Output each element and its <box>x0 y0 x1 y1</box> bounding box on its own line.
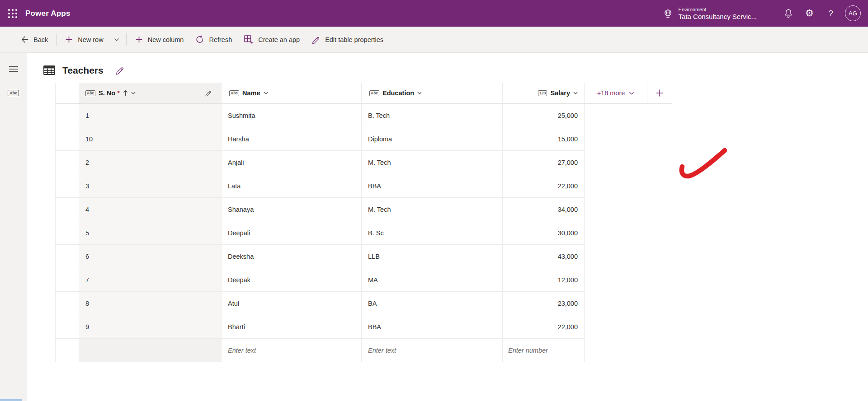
cell-salary[interactable]: 27,000 <box>503 151 585 174</box>
cell-education[interactable]: B. Sc <box>362 221 503 245</box>
cell-education[interactable]: B. Tech <box>362 104 503 127</box>
column-header-name[interactable]: Abc Name <box>222 83 362 104</box>
new-name-cell[interactable]: Enter text <box>222 339 362 362</box>
chevron-down-icon[interactable] <box>573 92 578 94</box>
row-selector-cell[interactable] <box>55 315 79 339</box>
help-button[interactable]: ? <box>820 0 841 27</box>
column-header-s-no[interactable]: Abc S. No * <box>79 83 222 104</box>
table-row[interactable]: 8 Atul BA 23,000 <box>55 292 868 315</box>
back-label: Back <box>33 36 48 43</box>
cell-s-no[interactable]: 10 <box>79 127 222 151</box>
cell-name[interactable]: Deepali <box>222 221 362 245</box>
refresh-icon <box>195 35 204 44</box>
column-header-salary[interactable]: 123 Salary <box>503 83 585 104</box>
cell-s-no[interactable]: 2 <box>79 151 222 174</box>
edit-table-properties-button[interactable]: Edit table properties <box>306 31 389 49</box>
cell-education[interactable]: Diploma <box>362 127 503 151</box>
back-button[interactable]: Back <box>14 31 54 49</box>
new-sno-cell[interactable] <box>79 339 222 362</box>
cell-s-no[interactable]: 4 <box>79 198 222 221</box>
cell-salary[interactable]: 22,000 <box>503 174 585 198</box>
table-row[interactable]: 10 Harsha Diploma 15,000 <box>55 127 868 151</box>
table-row[interactable]: 2 Anjali M. Tech 27,000 <box>55 151 868 174</box>
row-selector-cell[interactable] <box>55 104 79 127</box>
new-salary-cell[interactable]: Enter number <box>503 339 585 362</box>
settings-button[interactable]: ⚙ <box>799 0 820 27</box>
table-row[interactable]: 6 Deeksha LLB 43,000 <box>55 245 868 268</box>
new-record-input-row: Enter text Enter text Enter number <box>55 339 868 362</box>
add-column-button[interactable] <box>647 83 672 103</box>
cell-s-no[interactable]: 6 <box>79 245 222 268</box>
table-row[interactable]: 1 Sushmita B. Tech 25,000 <box>55 104 868 127</box>
cell-s-no[interactable]: 7 <box>79 268 222 292</box>
chevron-down-icon[interactable] <box>417 92 422 94</box>
cell-s-no[interactable]: 9 <box>79 315 222 339</box>
cell-salary[interactable]: 23,000 <box>503 292 585 315</box>
table-row[interactable]: 5 Deepali B. Sc 30,000 <box>55 221 868 245</box>
cell-name[interactable]: Deepak <box>222 268 362 292</box>
cell-name[interactable]: Atul <box>222 292 362 315</box>
create-an-app-button[interactable]: Create an app <box>238 31 306 49</box>
row-selector-cell[interactable] <box>55 127 79 151</box>
cell-salary[interactable]: 34,000 <box>503 198 585 221</box>
cell-salary[interactable]: 22,000 <box>503 315 585 339</box>
notifications-button[interactable] <box>778 0 799 27</box>
shell: Abc Teachers <box>0 53 868 401</box>
cell-education[interactable]: BBA <box>362 174 503 198</box>
row-selector-cell[interactable] <box>55 198 79 221</box>
row-selector-cell[interactable] <box>55 268 79 292</box>
cell-education[interactable]: MA <box>362 268 503 292</box>
avatar[interactable]: AG <box>845 5 861 21</box>
new-row-button[interactable]: New row <box>59 31 109 49</box>
cell-name[interactable]: Bharti <box>222 315 362 339</box>
row-selector-cell[interactable] <box>55 339 79 362</box>
cell-education[interactable]: BBA <box>362 315 503 339</box>
cell-salary[interactable]: 15,000 <box>503 127 585 151</box>
cell-education[interactable]: BA <box>362 292 503 315</box>
cell-name[interactable]: Deeksha <box>222 245 362 268</box>
hamburger-menu-icon[interactable] <box>6 63 21 75</box>
chevron-down-icon[interactable] <box>264 92 268 94</box>
table-row[interactable]: 4 Shanaya M. Tech 34,000 <box>55 198 868 221</box>
text-column-type-icon: Abc <box>369 90 379 96</box>
cell-s-no[interactable]: 1 <box>79 104 222 127</box>
row-selector-cell[interactable] <box>55 151 79 174</box>
table-row[interactable]: 9 Bharti BBA 22,000 <box>55 315 868 339</box>
row-selector-cell[interactable] <box>55 221 79 245</box>
cell-salary[interactable]: 25,000 <box>503 104 585 127</box>
table-row[interactable]: 3 Lata BBA 22,000 <box>55 174 868 198</box>
environment-picker[interactable]: Environment Tata Consultancy Servic... <box>653 0 778 27</box>
cell-name[interactable]: Shanaya <box>222 198 362 221</box>
row-selector-cell[interactable] <box>55 174 79 198</box>
new-row-label: New row <box>78 36 103 43</box>
cell-education[interactable]: M. Tech <box>362 198 503 221</box>
more-columns-button[interactable]: +18 more <box>585 83 647 103</box>
edit-column-icon[interactable] <box>205 89 212 97</box>
new-column-button[interactable]: New column <box>129 31 190 49</box>
cell-salary[interactable]: 43,000 <box>503 245 585 268</box>
column-header-education[interactable]: Abc Education <box>362 83 503 104</box>
new-row-split-button[interactable] <box>109 31 124 49</box>
cell-s-no[interactable]: 8 <box>79 292 222 315</box>
table-row[interactable]: 7 Deepak MA 12,000 <box>55 268 868 292</box>
tables-rail-item[interactable]: Abc <box>6 87 21 99</box>
column-label: Salary <box>550 89 570 97</box>
cell-name[interactable]: Harsha <box>222 127 362 151</box>
cell-salary[interactable]: 12,000 <box>503 268 585 292</box>
cell-name[interactable]: Anjali <box>222 151 362 174</box>
cell-name[interactable]: Sushmita <box>222 104 362 127</box>
refresh-button[interactable]: Refresh <box>189 31 238 49</box>
new-education-cell[interactable]: Enter text <box>362 339 503 362</box>
row-selector-cell[interactable] <box>55 245 79 268</box>
row-selector-cell[interactable] <box>55 292 79 315</box>
cell-salary[interactable]: 30,000 <box>503 221 585 245</box>
header-selector-cell[interactable] <box>55 83 79 104</box>
cell-name[interactable]: Lata <box>222 174 362 198</box>
cell-education[interactable]: M. Tech <box>362 151 503 174</box>
waffle-menu-icon[interactable] <box>0 0 25 27</box>
rename-table-button[interactable] <box>115 65 125 75</box>
cell-education[interactable]: LLB <box>362 245 503 268</box>
chevron-down-icon[interactable] <box>131 92 136 94</box>
cell-s-no[interactable]: 3 <box>79 174 222 198</box>
cell-s-no[interactable]: 5 <box>79 221 222 245</box>
